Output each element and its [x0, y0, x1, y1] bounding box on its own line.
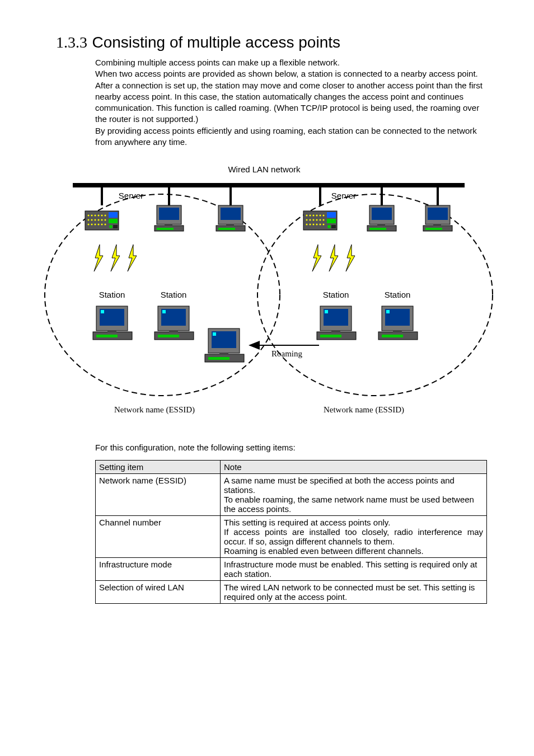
station-pc-icon — [154, 306, 194, 340]
table-header-row: Setting item Note — [96, 461, 487, 474]
station-pc-icon — [93, 306, 132, 340]
signal-icon — [312, 245, 321, 271]
roaming-label: Roaming — [271, 349, 302, 358]
table-row: Network name (ESSID) A same name must be… — [96, 474, 487, 516]
note-line: For this configuration, note the followi… — [95, 443, 489, 452]
signal-icon — [94, 245, 103, 271]
svg-rect-1 — [168, 187, 170, 205]
cell-item: Infrastructure mode — [96, 558, 221, 581]
diagram-svg: Server Server — [39, 177, 498, 418]
svg-rect-0 — [101, 187, 103, 205]
svg-rect-2 — [229, 187, 232, 205]
station-1-label: Station — [99, 290, 125, 299]
signal-icon — [111, 245, 120, 271]
cell-item: Selection of wired LAN — [96, 581, 221, 604]
settings-table: Setting item Note Network name (ESSID) A… — [95, 460, 487, 604]
access-point-2-icon — [303, 211, 337, 230]
intro-paragraph: Combining multiple access points can mak… — [95, 57, 489, 148]
header-setting-item: Setting item — [96, 461, 221, 474]
svg-rect-3 — [319, 187, 321, 205]
essid-2-label: Network name (ESSID) — [324, 405, 404, 415]
cell-note: This setting is required at access point… — [221, 516, 487, 558]
cell-note: A same name must be specified at both th… — [221, 474, 487, 516]
paragraph-3: By providing access points efficiently a… — [95, 126, 477, 147]
signal-icon — [128, 245, 137, 271]
signal-icon — [346, 245, 355, 271]
diagram-title: Wired LAN network — [39, 165, 489, 174]
station-pc-icon — [317, 306, 356, 340]
station-pc-icon — [378, 306, 418, 340]
roaming-pc-icon — [205, 328, 244, 362]
signal-icon — [329, 245, 338, 271]
document-page: 1.3.3 Consisting of multiple access poin… — [0, 0, 534, 637]
table-row: Infrastructure mode Infrastructure mode … — [96, 558, 487, 581]
access-point-1-icon — [85, 211, 119, 230]
svg-rect-4 — [381, 187, 383, 205]
server-1-label: Server — [119, 191, 143, 200]
cell-note: Infrastructure mode must be enabled. Thi… — [221, 558, 487, 581]
cell-item: Network name (ESSID) — [96, 474, 221, 516]
server-2-label: Server — [331, 191, 356, 200]
table-row: Channel number This setting is required … — [96, 516, 487, 558]
station-3-label: Station — [323, 290, 349, 299]
svg-rect-5 — [437, 187, 439, 205]
cell-item: Channel number — [96, 516, 221, 558]
section-number: 1.3.3 — [56, 34, 87, 51]
crt-icon — [154, 205, 184, 231]
station-4-label: Station — [385, 290, 411, 299]
section-heading: 1.3.3 Consisting of multiple access poin… — [56, 34, 489, 51]
paragraph-1: Combining multiple access points can mak… — [95, 58, 340, 67]
section-title: Consisting of multiple access points — [92, 34, 340, 51]
table-row: Selection of wired LAN The wired LAN net… — [96, 581, 487, 604]
lan-bus — [73, 183, 465, 187]
crt-icon — [216, 205, 245, 231]
paragraph-2: When two access points are provided as s… — [95, 69, 483, 124]
crt-icon — [367, 205, 396, 231]
header-note: Note — [221, 461, 487, 474]
cell-note: The wired LAN network to be connected mu… — [221, 581, 487, 604]
crt-icon — [423, 205, 452, 231]
station-2-label: Station — [161, 290, 187, 299]
essid-1-label: Network name (ESSID) — [114, 405, 195, 415]
network-diagram: Wired LAN network Server Server — [39, 165, 489, 420]
